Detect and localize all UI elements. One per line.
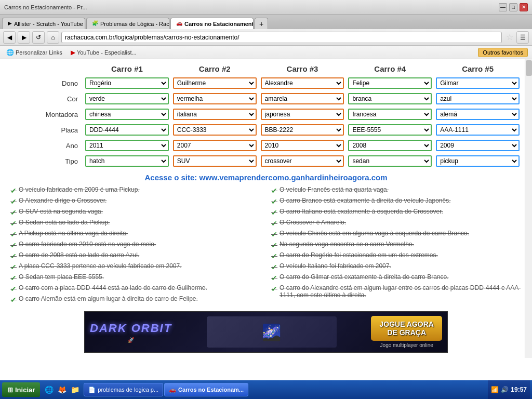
tab-youtube[interactable]: ▶ Allister - Scratch - YouTube ✕ xyxy=(2,18,85,29)
clue-left-11: ✔ O carro Alemão está em algum lugar à d… xyxy=(10,295,261,304)
dono-row: Dono RogérioGuilhermeAlexandreFelipeGilm… xyxy=(10,76,522,90)
ano-car2-select[interactable]: 20112007201020082009 xyxy=(173,140,257,151)
placa-car1-select[interactable]: DDD-4444CCC-3333BBB-2222EEE-5555AAA-1111 xyxy=(85,124,169,136)
check-icon-2: ✔ xyxy=(10,197,17,206)
favorites-button[interactable]: Outros favoritos xyxy=(478,48,528,57)
tab-new[interactable]: + xyxy=(255,18,268,29)
placa-label: Placa xyxy=(10,126,83,134)
favorites-label: Outros favoritos xyxy=(483,49,523,56)
placa-car2-select[interactable]: DDD-4444CCC-3333BBB-2222EEE-5555AAA-1111 xyxy=(173,124,257,136)
home-button[interactable]: ⌂ xyxy=(47,31,59,44)
clue-right-9-text: O carro do Gilmar está exatamente à dire… xyxy=(280,273,448,281)
clue-left-4-text: O Sedan está ao lado da Pickup. xyxy=(19,219,110,226)
check-icon-r6: ✔ xyxy=(271,241,277,249)
back-button[interactable]: ◀ xyxy=(3,31,16,44)
check-icon-r7: ✔ xyxy=(271,252,277,260)
banner-cta-button[interactable]: JOGUE AGORA DE GRAÇA xyxy=(371,316,442,341)
banner-ad[interactable]: DARK ORBIT 🚀 🌌 JOGUE AGORA DE GRAÇA Jogo… xyxy=(84,311,448,353)
clues-left: ✔ O veículo fabricado em 2009 é uma Pick… xyxy=(10,186,261,306)
cor-car4-select[interactable]: verdevermelhaamarelabrancaazul xyxy=(348,93,432,104)
cor-car1-select[interactable]: verdevermelhaamarelabrancaazul xyxy=(85,93,169,104)
promo-text2: www.vemaprendercomo.ganhardinheiroagora.… xyxy=(200,173,388,182)
clue-left-8: ✔ A placa CCC-3333 pertence ao veículo f… xyxy=(10,262,261,271)
tipo-car4-select[interactable]: hatchSUVcrossoversedanpickup xyxy=(348,155,432,167)
clue-right-4-text: O Crossover é Amarelo. xyxy=(280,219,346,226)
cor-car2-select[interactable]: verdevermelhaamarelabrancaazul xyxy=(173,93,257,104)
dono-car2-wrapper: RogérioGuilhermeAlexandreFelipeGilmar xyxy=(171,76,259,90)
bookmark-star[interactable]: ☆ xyxy=(506,32,513,42)
promo-text1: Acesse o site: xyxy=(144,173,197,182)
clue-left-7: ✔ O carro de 2008 está ao lado do carro … xyxy=(10,251,261,260)
banner-cta-line1: JOGUE AGORA xyxy=(379,320,434,328)
dono-car3-wrapper: RogérioGuilhermeAlexandreFelipeGilmar xyxy=(259,76,347,90)
placa-car4-select[interactable]: DDD-4444CCC-3333BBB-2222EEE-5555AAA-1111 xyxy=(348,124,432,136)
dono-car5-select[interactable]: RogérioGuilhermeAlexandreFelipeGilmar xyxy=(436,77,520,89)
placa-car3-select[interactable]: DDD-4444CCC-3333BBB-2222EEE-5555AAA-1111 xyxy=(261,124,344,136)
cor-row: Cor verdevermelhaamarelabrancaazul verde… xyxy=(10,92,522,105)
placa-row: Placa DDD-4444CCC-3333BBB-2222EEE-5555AA… xyxy=(10,123,522,137)
montadora-car4-select[interactable]: chinesaitalianajaponesafrancesaalemã xyxy=(348,109,432,120)
check-icon-8: ✔ xyxy=(10,263,17,271)
montadora-car1-select[interactable]: chinesaitalianajaponesafrancesaalemã xyxy=(85,109,169,120)
dono-car3-select[interactable]: RogérioGuilhermeAlexandreFelipeGilmar xyxy=(261,77,344,89)
ano-car3-select[interactable]: 20112007201020082009 xyxy=(261,140,344,151)
dono-car4-select[interactable]: RogérioGuilhermeAlexandreFelipeGilmar xyxy=(348,77,432,89)
clue-left-5: ✔ A Pickup está na última vaga da direit… xyxy=(10,230,261,238)
banner-cta-area: JOGUE AGORA DE GRAÇA Jogo multiplayer on… xyxy=(371,316,442,348)
clue-right-1: ✔ O veículo Francês está na quarta vaga. xyxy=(271,186,522,195)
check-icon-r1: ✔ xyxy=(271,187,277,195)
tipo-car3-select[interactable]: hatchSUVcrossoversedanpickup xyxy=(261,155,344,167)
clue-left-9: ✔ O Sedan tem placa EEE-5555. xyxy=(10,273,261,282)
cor-car5-select[interactable]: verdevermelhaamarelabrancaazul xyxy=(436,93,520,104)
ano-car4-select[interactable]: 20112007201020082009 xyxy=(348,140,432,151)
scrollbar[interactable] xyxy=(525,59,532,358)
clue-right-2: ✔ O carro Branco está exatamente à direi… xyxy=(271,197,522,206)
clue-right-5-text: O veículo Chinês está em alguma vaga à e… xyxy=(280,230,469,237)
placa-car5-select[interactable]: DDD-4444CCC-3333BBB-2222EEE-5555AAA-1111 xyxy=(436,124,520,136)
tab-racha[interactable]: 🧩 Problemas de Lógica - Racha C... ✕ xyxy=(86,18,169,29)
tipo-car2-select[interactable]: hatchSUVcrossoversedanpickup xyxy=(173,155,257,167)
bookmark-personalizar-label: Personalizar Links xyxy=(16,49,62,56)
clue-left-1-text: O veículo fabricado em 2009 é uma Pickup… xyxy=(19,186,140,193)
clue-left-3-text: O SUV está na segunda vaga. xyxy=(19,208,103,215)
address-bar[interactable] xyxy=(61,32,502,43)
clue-left-2-text: O Alexandre dirige o Crossover. xyxy=(19,197,107,204)
youtube-bookmark-icon: ▶ xyxy=(71,49,75,56)
maximize-button[interactable]: □ xyxy=(509,3,517,11)
montadora-row: Montadora chinesaitalianajaponesafrances… xyxy=(10,108,522,121)
clue-right-7: ✔ O carro do Rogério foi estacionado em … xyxy=(271,251,522,260)
ano-label: Ano xyxy=(10,142,83,150)
minimize-button[interactable]: — xyxy=(499,3,507,11)
cars-table: Carro #1 Carro #2 Carro #3 Carro #4 Carr… xyxy=(10,64,522,168)
promo-text: Acesse o site: www.vemaprendercomo.ganha… xyxy=(10,173,522,182)
check-icon-7: ✔ xyxy=(10,252,17,260)
clue-left-9-text: O Sedan tem placa EEE-5555. xyxy=(19,273,104,281)
bookmark-personalizar[interactable]: 🌐 Personalizar Links xyxy=(4,48,64,57)
forward-button[interactable]: ▶ xyxy=(18,31,30,44)
settings-button[interactable]: ☰ xyxy=(516,31,529,44)
cor-car3-select[interactable]: verdevermelhaamarelabrancaazul xyxy=(261,93,344,104)
close-button[interactable]: ✕ xyxy=(520,3,528,11)
scrollbar-thumb[interactable] xyxy=(526,60,532,76)
cor-label: Cor xyxy=(10,95,83,103)
bookmark-youtube[interactable]: ▶ YouTube - Especialist... xyxy=(69,48,139,57)
ano-car1-select[interactable]: 20112007201020082009 xyxy=(85,140,169,151)
dono-car2-select[interactable]: RogérioGuilhermeAlexandreFelipeGilmar xyxy=(173,77,257,89)
tipo-car5-select[interactable]: hatchSUVcrossoversedanpickup xyxy=(436,155,520,167)
clue-right-6: ✔ Na segunda vaga encontra-se o carro Ve… xyxy=(271,241,522,249)
tipo-car1-select[interactable]: hatchSUVcrossoversedanpickup xyxy=(85,155,169,167)
clue-right-3-text: O carro Italiano está exatamente à esque… xyxy=(280,208,443,215)
refresh-button[interactable]: ↺ xyxy=(32,31,45,44)
racha-favicon: 🧩 xyxy=(92,20,98,28)
tab-carros[interactable]: 🚗 Carros no Estacionamento - Pr... ✕ xyxy=(170,18,254,29)
montadora-car3-select[interactable]: chinesaitalianajaponesafrancesaalemã xyxy=(261,109,344,120)
ano-car5-select[interactable]: 20112007201020082009 xyxy=(436,140,520,151)
montadora-car2-select[interactable]: chinesaitalianajaponesafrancesaalemã xyxy=(173,109,257,120)
montadora-car5-select[interactable]: chinesaitalianajaponesafrancesaalemã xyxy=(436,109,520,120)
banner-visual: 🌌 xyxy=(207,316,337,348)
clue-left-6: ✔ O carro fabricado em 2010 está na vaga… xyxy=(10,241,261,249)
dono-car1-select[interactable]: RogérioGuilhermeAlexandreFelipeGilmar xyxy=(85,77,169,89)
bookmarks-bar: 🌐 Personalizar Links ▶ YouTube - Especia… xyxy=(0,46,532,59)
check-icon-r10: ✔ xyxy=(271,285,277,293)
clue-left-2: ✔ O Alexandre dirige o Crossover. xyxy=(10,197,261,206)
